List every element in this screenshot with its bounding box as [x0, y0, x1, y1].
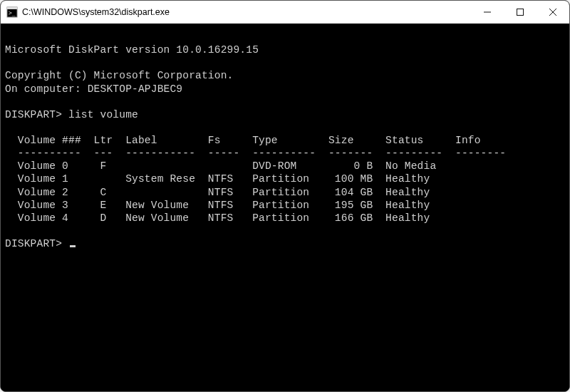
minimize-button[interactable]	[471, 1, 504, 24]
table-row: Volume 0 F DVD-ROM 0 B No Media	[5, 160, 564, 172]
blank-line	[5, 121, 564, 134]
table-row: Volume 3 E New Volume NTFS Partition 195…	[5, 199, 564, 212]
close-button[interactable]	[537, 1, 569, 24]
maximize-button[interactable]	[504, 1, 537, 24]
prompt-line-2[interactable]: DISKPART>	[5, 237, 564, 250]
prompt-line-1: DISKPART> list volume	[5, 108, 564, 121]
window-controls	[471, 1, 569, 24]
cursor	[70, 245, 76, 247]
blank-line	[5, 225, 564, 237]
maximize-icon	[517, 9, 524, 16]
app-icon: >_	[6, 6, 18, 18]
copyright-line: Copyright (C) Microsoft Corporation.	[5, 69, 564, 82]
close-icon	[549, 9, 556, 16]
table-row: Volume 4 D New Volume NTFS Partition 166…	[5, 212, 564, 225]
table-row: Volume 2 C NTFS Partition 104 GB Healthy	[5, 186, 564, 199]
computer-line: On computer: DESKTOP-APJBEC9	[5, 83, 564, 96]
console-window: >_ C:\WINDOWS\system32\diskpart.exe Micr…	[0, 0, 570, 392]
svg-text:>_: >_	[9, 10, 16, 16]
blank-line	[5, 56, 564, 69]
svg-rect-4	[517, 9, 524, 16]
table-divider: ---------- --- ----------- ----- -------…	[5, 147, 564, 160]
prompt-prefix: DISKPART>	[5, 109, 68, 120]
table-header: Volume ### Ltr Label Fs Type Size Status…	[5, 134, 564, 147]
blank-line	[5, 31, 564, 43]
window-title: C:\WINDOWS\system32\diskpart.exe	[22, 7, 170, 17]
minimize-icon	[484, 9, 491, 16]
version-line: Microsoft DiskPart version 10.0.16299.15	[5, 43, 564, 56]
titlebar[interactable]: >_ C:\WINDOWS\system32\diskpart.exe	[1, 1, 569, 24]
terminal-output[interactable]: Microsoft DiskPart version 10.0.16299.15…	[1, 24, 569, 391]
table-row: Volume 1 System Rese NTFS Partition 100 …	[5, 172, 564, 185]
blank-line	[5, 96, 564, 108]
svg-rect-1	[7, 7, 17, 9]
prompt-prefix: DISKPART>	[5, 238, 68, 249]
command-text: list volume	[68, 109, 138, 120]
